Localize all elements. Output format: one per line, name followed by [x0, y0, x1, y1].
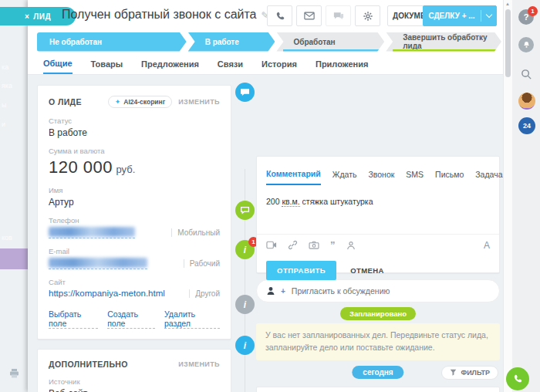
ai-scoring-button[interactable]: ✦AI24-скоринг — [108, 96, 173, 108]
phone-value-redacted[interactable] — [49, 227, 135, 238]
history-info-icon: i — [235, 336, 255, 355]
telephony-button[interactable] — [506, 367, 529, 390]
settings-button[interactable] — [355, 5, 380, 26]
notifications-button[interactable] — [518, 37, 534, 52]
cancel-button[interactable]: ОТМЕНА — [350, 266, 384, 275]
bg-menu-fragment: яка — [2, 82, 12, 90]
ai-icon: ✦ — [115, 98, 121, 106]
card-title: О ЛИДЕ — [49, 97, 82, 106]
phone-icon — [512, 373, 523, 384]
composer-tab-letter[interactable]: Письмо — [435, 170, 464, 184]
activity-composer: Комментарий Ждать Звонок SMS Письмо Зада… — [256, 156, 500, 273]
email-button[interactable] — [296, 5, 322, 26]
help-button[interactable]: ? 1 — [518, 9, 534, 25]
email-field: E-mail Рабочий — [38, 243, 231, 274]
scrollbar-thumb[interactable] — [505, 9, 511, 77]
gear-icon — [363, 11, 373, 22]
composer-tab-sms[interactable]: SMS — [406, 170, 424, 184]
stage-processed[interactable]: Обработан — [276, 32, 384, 52]
amount-field: Сумма и валюта 120 000 руб. — [38, 143, 231, 182]
invite-placeholder: Пригласить к обсуждению — [292, 286, 390, 296]
bell-icon — [522, 40, 531, 49]
name-field: Имя Артур — [38, 182, 231, 212]
tab-products[interactable]: Товары — [91, 54, 123, 73]
scroll-up-arrow[interactable]: ▲ — [505, 2, 510, 6]
stage-not-processed[interactable]: Не обработан — [37, 32, 187, 52]
link-icon[interactable] — [288, 240, 298, 250]
lead-slider-panel: × ЛИД Получен обратный звонок с сайта✎ Д… — [28, 0, 503, 392]
site-type-tag: Другой — [189, 289, 220, 298]
no-activities-notice: У вас нет запланированных дел. Передвинь… — [256, 323, 500, 360]
composer-tab-call[interactable]: Звонок — [368, 170, 394, 184]
send-button[interactable]: ОТПРАВИТЬ — [266, 261, 336, 280]
source-field: Источник Веб-сайт — [38, 373, 231, 392]
bg-menu-fragment: ков — [2, 234, 12, 242]
panel-header: × ЛИД Получен обратный звонок с сайта✎ Д… — [28, 0, 503, 31]
call-button[interactable] — [267, 5, 292, 26]
quote-icon[interactable]: ” — [330, 239, 336, 251]
select-field-link[interactable]: Выбрать поле — [49, 309, 98, 329]
bitrix24-logo[interactable]: 24 — [518, 117, 535, 134]
search-button[interactable] — [518, 66, 534, 82]
video-icon[interactable] — [266, 241, 277, 249]
funnel-icon — [450, 369, 457, 376]
site-link[interactable]: https://kompaniya-meton.html — [49, 289, 165, 298]
font-button[interactable]: A — [484, 240, 490, 251]
create-field-link[interactable]: Создать поле — [107, 309, 155, 329]
card-title: ДОПОЛНИТЕЛЬНО — [49, 360, 128, 369]
bg-menu-fragment: ка — [2, 63, 8, 71]
site-field: Сайт https://kompaniya-meton.html Другой — [38, 274, 231, 302]
tab-quotes[interactable]: Предложения — [141, 54, 199, 73]
detail-tabs: Общие Товары Предложения Связи История П… — [28, 52, 503, 75]
composer-tabs: Комментарий Ждать Звонок SMS Письмо Зада… — [257, 157, 499, 189]
create-deal-button[interactable]: СДЕЛКУ + ... — [423, 5, 497, 26]
bg-menu-fragment: и — [2, 120, 5, 128]
panel-scrollbar[interactable]: ▲ — [503, 0, 512, 392]
tab-links[interactable]: Связи — [218, 54, 243, 73]
camera-icon[interactable] — [309, 241, 319, 249]
tab-apps[interactable]: Приложения — [316, 54, 368, 73]
stage-underline — [393, 49, 498, 52]
comment-input[interactable]: 200 кв.м. стяжка штукатурка — [257, 189, 499, 234]
mail-icon — [304, 12, 315, 20]
amount-value[interactable]: 120 000 — [49, 157, 113, 177]
bg-menu-fragment: ы — [2, 101, 6, 109]
edit-link[interactable]: ИЗМЕНИТЬ — [178, 98, 220, 106]
additional-card: ДОПОЛНИТЕЛЬНО ИЗМЕНИТЬ Источник Веб-сайт… — [37, 349, 231, 392]
close-icon[interactable]: × — [25, 12, 29, 21]
email-type-tag: Рабочий — [184, 259, 220, 268]
email-value-redacted[interactable] — [49, 258, 147, 269]
stage-in-progress[interactable]: В работе — [188, 32, 275, 52]
discussion-icon — [235, 201, 255, 220]
user-avatar[interactable] — [518, 93, 535, 110]
page-title: Получен обратный звонок с сайта✎ — [62, 8, 282, 22]
chat-button[interactable] — [326, 5, 351, 26]
chevron-down-icon[interactable] — [485, 12, 491, 18]
stage-finish-lead[interactable]: Завершить обработку лида — [386, 32, 501, 52]
edit-link[interactable]: ИЗМЕНИТЬ — [178, 360, 220, 368]
content-area: О ЛИДЕ ✦AI24-скоринг ИЗМЕНИТЬ Статус В р… — [28, 75, 503, 392]
phone-icon — [275, 11, 285, 22]
composer-tab-comment[interactable]: Комментарий — [266, 169, 321, 185]
bg-menu-highlight — [0, 248, 28, 269]
button-divider — [481, 10, 481, 22]
lead-stage-bar: Не обработан В работе Обработан Завершит… — [28, 31, 503, 52]
about-lead-card: О ЛИДЕ ✦AI24-скоринг ИЗМЕНИТЬ Статус В р… — [37, 85, 231, 340]
planned-badge: Запланировано — [340, 307, 416, 320]
composer-tab-wait[interactable]: Ждать — [332, 170, 357, 184]
comment-stream-icon — [235, 83, 255, 102]
timeline-entry-status-changed[interactable]: Статус изменен 15:55 Не обработан → В ра… — [256, 387, 500, 392]
history-info-icon: i — [235, 295, 255, 314]
today-badge[interactable]: сегодня — [352, 366, 403, 379]
lead-details-column: О ЛИДЕ ✦AI24-скоринг ИЗМЕНИТЬ Статус В р… — [37, 85, 231, 392]
delete-section-link[interactable]: Удалить раздел — [164, 309, 220, 329]
search-icon — [521, 69, 532, 80]
composer-tab-task[interactable]: Задача — [475, 170, 502, 184]
add-user-icon — [266, 286, 278, 296]
filter-button[interactable]: ФИЛЬТР — [441, 366, 498, 380]
tab-general[interactable]: Общие — [43, 53, 73, 74]
tab-history[interactable]: История — [262, 54, 297, 73]
mention-icon[interactable] — [346, 241, 356, 250]
timeline-column: Комментарий Ждать Звонок SMS Письмо Зада… — [256, 156, 500, 392]
stage-underline — [283, 49, 380, 52]
